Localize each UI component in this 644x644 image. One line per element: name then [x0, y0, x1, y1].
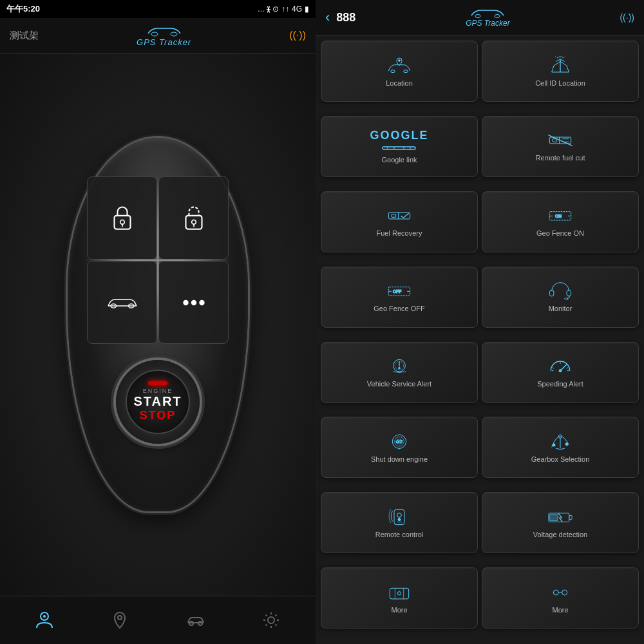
key-fob-area: ENGINE START STOP [0, 53, 316, 596]
tab-car[interactable] [185, 610, 206, 630]
remote-fuel-cut-label: Remote fuel cut [532, 154, 588, 162]
shutdown-icon: OFF [386, 432, 412, 451]
fence-on-icon: ON [547, 206, 573, 225]
geo-fence-off-label: Geo Fence OFF [370, 305, 428, 312]
svg-point-0 [151, 32, 158, 36]
svg-point-24 [404, 70, 408, 72]
svg-point-20 [268, 617, 274, 623]
fob-bottom-section: ENGINE START STOP [116, 354, 200, 444]
start-label: START [133, 394, 182, 409]
google-link-content: GOOGLE [370, 129, 428, 152]
tab-person[interactable] [34, 610, 55, 630]
svg-rect-86 [390, 588, 408, 599]
fuel-cut-icon [547, 131, 573, 150]
signal-icon-left: ((·)) [289, 30, 306, 41]
svg-rect-57 [567, 290, 571, 296]
car-logo-icon [145, 24, 184, 37]
tower-icon [547, 56, 573, 75]
gps-logo: GPS Tracker [137, 24, 191, 47]
gearbox-selection-button[interactable]: Gearbox Selection [482, 417, 639, 478]
unlock-button[interactable] [158, 176, 229, 260]
voltage-detection-label: Voltage detection [530, 531, 591, 538]
svg-point-91 [562, 590, 567, 595]
fuel-recovery-button[interactable]: Fuel Recovery [321, 191, 478, 252]
engine-label: ENGINE [143, 388, 173, 394]
location-tab-icon [109, 610, 130, 630]
person-tab-icon [34, 610, 55, 630]
engine-btn-inner: ENGINE START STOP [126, 370, 190, 434]
svg-line-27 [556, 59, 560, 61]
fuel-recovery-label: Fuel Recovery [374, 229, 426, 237]
stop-label: STOP [140, 409, 176, 422]
location-icon [386, 56, 412, 75]
svg-line-67 [553, 367, 554, 368]
vehicle-service-alert-button[interactable]: Vehicle Service Alert [321, 342, 478, 403]
location-button[interactable]: Location [321, 41, 478, 102]
svg-point-6 [191, 220, 196, 224]
svg-point-62 [399, 367, 401, 369]
fence-off-icon: OFF [386, 281, 412, 301]
svg-line-32 [552, 66, 554, 72]
svg-point-15 [43, 615, 46, 618]
svg-point-1 [171, 32, 177, 36]
car-icon [106, 287, 138, 319]
headset-icon [547, 281, 573, 301]
signal-icon-right: ((·)) [620, 12, 634, 23]
more2-label: More [549, 606, 571, 614]
svg-point-21 [475, 15, 480, 18]
monitor-button[interactable]: Monitor [482, 267, 639, 328]
svg-point-16 [118, 616, 122, 620]
svg-point-64 [559, 370, 562, 372]
svg-point-79 [397, 513, 402, 517]
more-button-1[interactable]: More [321, 567, 478, 629]
tab-location[interactable] [109, 610, 130, 630]
engine-start-stop-button[interactable]: ENGINE START STOP [116, 360, 200, 444]
remote-control-button[interactable]: Remote control [321, 492, 478, 553]
more1-label: More [388, 606, 410, 614]
google-bar-icon [381, 144, 417, 152]
more-button-2[interactable]: More [482, 567, 639, 629]
shut-down-engine-button[interactable]: OFF Shut down engine [321, 417, 478, 478]
svg-point-11 [183, 299, 188, 305]
svg-point-77 [565, 443, 568, 446]
more1-icon [386, 583, 412, 602]
google-link-button[interactable]: GOOGLE Google link [321, 116, 478, 177]
engine-indicator-light [148, 381, 167, 385]
svg-point-13 [199, 299, 204, 305]
back-button[interactable]: ‹ [325, 9, 330, 26]
lock-button[interactable] [87, 176, 157, 260]
voltage-detection-button[interactable]: Voltage detection [482, 492, 639, 553]
svg-line-29 [554, 61, 560, 66]
google-link-label: Google link [378, 156, 420, 164]
svg-line-30 [560, 61, 567, 66]
geo-fence-off-button[interactable]: OFF Geo Fence OFF [321, 267, 478, 328]
app-header: 测试架 GPS Tracker ((·)) [0, 18, 316, 53]
status-bar: 午午5:20 ... ᚕ ⊙ ↑↑ 4G ▮ [0, 0, 316, 18]
svg-rect-2 [114, 215, 130, 229]
svg-rect-56 [549, 290, 554, 296]
cell-id-location-button[interactable]: Cell ID Location [482, 41, 639, 102]
status-icons: ... ᚕ ⊙ ↑↑ 4G ▮ [258, 5, 309, 14]
remote-fuel-cut-button[interactable]: Remote fuel cut [482, 116, 639, 177]
geo-fence-on-button[interactable]: ON Geo Fence ON [482, 191, 639, 252]
gearbox-icon [547, 432, 573, 451]
svg-point-25 [399, 59, 401, 61]
speeding-alert-button[interactable]: Speeding Alert [482, 342, 639, 403]
svg-line-44 [548, 135, 572, 146]
svg-line-68 [567, 367, 568, 368]
svg-rect-46 [392, 214, 396, 218]
svg-point-80 [398, 518, 401, 520]
tab-settings[interactable] [261, 610, 281, 630]
svg-rect-83 [569, 515, 572, 519]
svg-rect-5 [185, 215, 202, 229]
time-display: 午午5:20 [6, 3, 40, 15]
car-tab-icon [185, 610, 206, 630]
speeding-alert-label: Speeding Alert [534, 380, 587, 388]
app-title: 测试架 [10, 30, 39, 42]
fuel-check-icon [386, 206, 412, 225]
trunk-button[interactable] [87, 261, 157, 344]
svg-point-12 [191, 299, 196, 305]
svg-line-28 [560, 59, 565, 61]
geo-fence-on-label: Geo Fence ON [533, 229, 587, 237]
more-button[interactable] [158, 261, 229, 344]
